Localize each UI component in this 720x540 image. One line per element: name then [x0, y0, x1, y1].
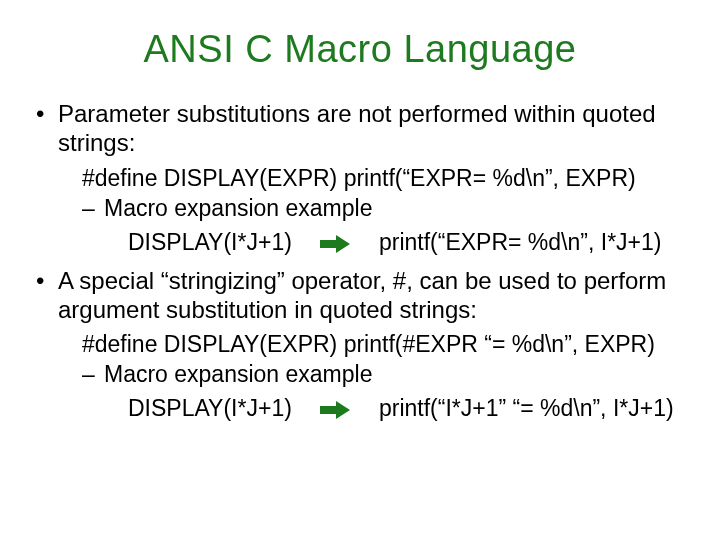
- bullet-list: Parameter substitutions are not performe…: [34, 99, 686, 422]
- sub-item: Macro expansion example: [82, 360, 686, 388]
- bullet-item: Parameter substitutions are not performe…: [34, 99, 686, 256]
- expansion-left: DISPLAY(I*J+1): [128, 229, 292, 255]
- bullet-text: A special “stringizing” operator, #, can…: [58, 267, 666, 323]
- expansion-line: DISPLAY(I*J+1) printf(“I*J+1” “= %d\n”, …: [128, 394, 686, 422]
- slide-title: ANSI C Macro Language: [34, 28, 686, 71]
- sub-item: Macro expansion example: [82, 194, 686, 222]
- slide: ANSI C Macro Language Parameter substitu…: [0, 0, 720, 540]
- expansion-line: DISPLAY(I*J+1) printf(“EXPR= %d\n”, I*J+…: [128, 228, 686, 256]
- sub-list: Macro expansion example: [82, 194, 686, 222]
- bullet-item: A special “stringizing” operator, #, can…: [34, 266, 686, 423]
- expansion-right: printf(“EXPR= %d\n”, I*J+1): [379, 229, 662, 255]
- expansion-right: printf(“I*J+1” “= %d\n”, I*J+1): [379, 395, 674, 421]
- arrow-right-icon: [320, 235, 350, 253]
- svg-marker-0: [320, 235, 350, 253]
- arrow-right-icon: [320, 401, 350, 419]
- expansion-left: DISPLAY(I*J+1): [128, 395, 292, 421]
- sub-list: Macro expansion example: [82, 360, 686, 388]
- svg-marker-1: [320, 401, 350, 419]
- code-line: #define DISPLAY(EXPR) printf(“EXPR= %d\n…: [82, 164, 686, 192]
- bullet-text: Parameter substitutions are not performe…: [58, 100, 656, 156]
- code-line: #define DISPLAY(EXPR) printf(#EXPR “= %d…: [82, 330, 686, 358]
